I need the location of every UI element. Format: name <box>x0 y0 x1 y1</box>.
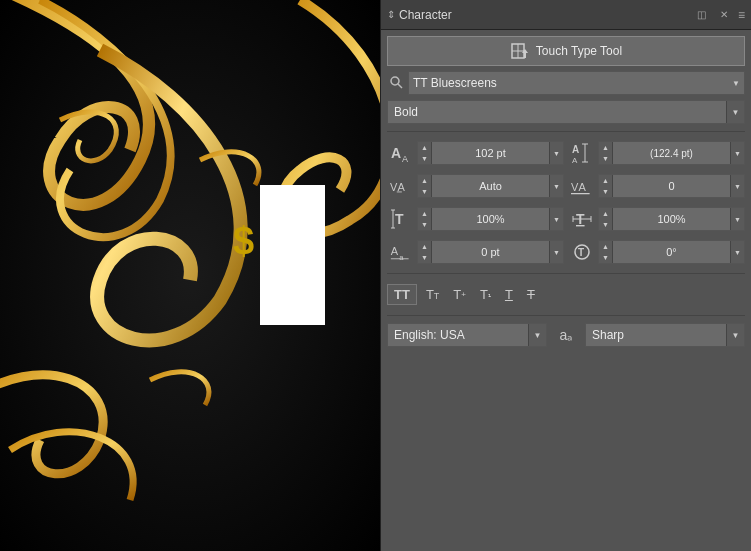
vertical-scale-icon: T <box>387 205 415 233</box>
antialiasing-caret: ▼ <box>726 324 744 346</box>
rotation-icon: T <box>568 238 596 266</box>
panel-collapse-icon[interactable]: ⇕ <box>387 9 395 20</box>
tracking-value: 0 <box>613 180 730 192</box>
rotation-up[interactable]: ▲ <box>599 241 612 252</box>
vert-scale-dropdown[interactable]: ▼ <box>549 208 563 230</box>
rotation-dropdown[interactable]: ▼ <box>730 241 744 263</box>
vert-scale-up[interactable]: ▲ <box>418 208 431 219</box>
svg-text:a: a <box>399 253 404 262</box>
rotation-down[interactable]: ▼ <box>599 252 612 263</box>
horiz-scale-dropdown[interactable]: ▼ <box>730 208 744 230</box>
antialiasing-dropdown[interactable]: Sharp ▼ <box>585 323 745 347</box>
text-style-underline-button[interactable]: T <box>500 284 518 305</box>
horiz-scale-up[interactable]: ▲ <box>599 208 612 219</box>
kerning-up[interactable]: ▲ <box>418 175 431 186</box>
panel-title: Character <box>399 8 452 22</box>
tracking-down[interactable]: ▼ <box>599 186 612 197</box>
kerning-control[interactable]: ▲ ▼ Auto ▼ <box>417 174 564 198</box>
tracking-control[interactable]: ▲ ▼ 0 ▼ <box>598 174 745 198</box>
scale-row: T ▲ ▼ 100% ▼ <box>387 205 745 233</box>
horiz-scale-spinners[interactable]: ▲ ▼ <box>599 208 613 230</box>
panel-title-group: ⇕ Character <box>387 8 452 22</box>
font-style-value: Bold <box>394 105 418 119</box>
font-family-caret: ▼ <box>732 79 740 88</box>
text-style-subscript-button[interactable]: T₁ <box>475 284 496 305</box>
language-value: English: USA <box>394 328 465 342</box>
kerning-dropdown[interactable]: ▼ <box>549 175 563 197</box>
horizontal-scale-control[interactable]: ▲ ▼ 100% ▼ <box>598 207 745 231</box>
svg-text:T: T <box>395 211 404 227</box>
svg-text:A: A <box>391 245 399 257</box>
font-family-dropdown[interactable]: TT Bluescreens ▼ <box>408 71 745 95</box>
horiz-scale-down[interactable]: ▼ <box>599 219 612 230</box>
panel-titlebar: ⇕ Character ◫ ✕ ≡ <box>381 0 751 30</box>
font-style-row: Bold ▼ <box>387 100 745 124</box>
baseline-rotation-row: A a ▲ ▼ 0 pt ▼ <box>387 238 745 266</box>
font-size-spinners[interactable]: ▲ ▼ <box>418 142 432 164</box>
divider-3 <box>387 315 745 316</box>
font-size-up[interactable]: ▲ <box>418 142 431 153</box>
vert-scale-spinners[interactable]: ▲ ▼ <box>418 208 432 230</box>
panel-menu-icon[interactable]: ≡ <box>738 8 745 22</box>
text-style-superscript-button[interactable]: T+ <box>448 284 471 305</box>
vertical-scale-control[interactable]: ▲ ▼ 100% ▼ <box>417 207 564 231</box>
kerning-value: Auto <box>432 180 549 192</box>
touch-type-tool-button[interactable]: Touch Type Tool <box>387 36 745 66</box>
divider-2 <box>387 273 745 274</box>
vertical-scale-group: T ▲ ▼ 100% ▼ <box>387 205 564 233</box>
baseline-shift-control[interactable]: ▲ ▼ 0 pt ▼ <box>417 240 564 264</box>
rotation-control[interactable]: ▲ ▼ 0° ▼ <box>598 240 745 264</box>
baseline-shift-group: A a ▲ ▼ 0 pt ▼ <box>387 238 564 266</box>
font-size-dropdown[interactable]: ▼ <box>549 142 563 164</box>
text-style-tt-button[interactable]: TT <box>387 284 417 305</box>
baseline-spinners[interactable]: ▲ ▼ <box>418 241 432 263</box>
leading-dropdown[interactable]: ▼ <box>730 142 744 164</box>
svg-line-4 <box>398 84 402 88</box>
leading-up[interactable]: ▲ <box>599 142 612 153</box>
font-size-control[interactable]: ▲ ▼ 102 pt ▼ <box>417 141 564 165</box>
font-size-group: A A ▲ ▼ 102 pt ▼ <box>387 139 564 167</box>
fontsize-leading-row: A A ▲ ▼ 102 pt ▼ A <box>387 139 745 167</box>
leading-down[interactable]: ▼ <box>599 153 612 164</box>
leading-icon: A A <box>568 139 596 167</box>
tracking-up[interactable]: ▲ <box>599 175 612 186</box>
svg-text:A: A <box>579 181 587 193</box>
kerning-icon: V A <box>387 172 415 200</box>
font-style-caret: ▼ <box>726 101 744 123</box>
tracking-dropdown[interactable]: ▼ <box>730 175 744 197</box>
tracking-group: V A ▲ ▼ 0 ▼ <box>568 172 745 200</box>
text-cursor-rect: 25 <box>260 185 325 325</box>
antialiasing-value: Sharp <box>592 328 624 342</box>
horizontal-scale-value: 100% <box>613 213 730 225</box>
rotation-group: T ▲ ▼ 0° ▼ <box>568 238 745 266</box>
leading-spinners[interactable]: ▲ ▼ <box>599 142 613 164</box>
tracking-spinners[interactable]: ▲ ▼ <box>599 175 613 197</box>
vert-scale-down[interactable]: ▼ <box>418 219 431 230</box>
font-size-icon: A A <box>387 139 415 167</box>
baseline-dropdown[interactable]: ▼ <box>549 241 563 263</box>
panel-close-button[interactable]: ✕ <box>716 7 732 22</box>
dollar-sign: $ <box>233 220 254 263</box>
text-style-row: TT Tt T+ T₁ T T <box>387 281 745 308</box>
baseline-down[interactable]: ▼ <box>418 252 431 263</box>
rotation-spinners[interactable]: ▲ ▼ <box>599 241 613 263</box>
svg-text:A: A <box>572 156 578 164</box>
baseline-up[interactable]: ▲ <box>418 241 431 252</box>
kerning-spinners[interactable]: ▲ ▼ <box>418 175 432 197</box>
leading-value: (122.4 pt) <box>613 148 730 159</box>
language-dropdown[interactable]: English: USA ▼ <box>387 323 547 347</box>
touch-type-icon <box>510 41 530 61</box>
panel-resize-button[interactable]: ◫ <box>693 7 710 22</box>
svg-text:A: A <box>398 181 406 193</box>
kerning-group: V A ▲ ▼ Auto ▼ <box>387 172 564 200</box>
leading-group: A A ▲ ▼ (122.4 pt) ▼ <box>568 139 745 167</box>
panel-controls: ◫ ✕ ≡ <box>693 7 745 22</box>
kerning-down[interactable]: ▼ <box>418 186 431 197</box>
font-style-dropdown[interactable]: Bold ▼ <box>387 100 745 124</box>
font-size-down[interactable]: ▼ <box>418 153 431 164</box>
leading-control[interactable]: ▲ ▼ (122.4 pt) ▼ <box>598 141 745 165</box>
text-style-strikethrough-button[interactable]: T <box>522 284 540 305</box>
canvas-area: $ 25 <box>0 0 380 551</box>
text-style-small-caps-button[interactable]: Tt <box>421 284 444 305</box>
horizontal-scale-icon: T <box>568 205 596 233</box>
